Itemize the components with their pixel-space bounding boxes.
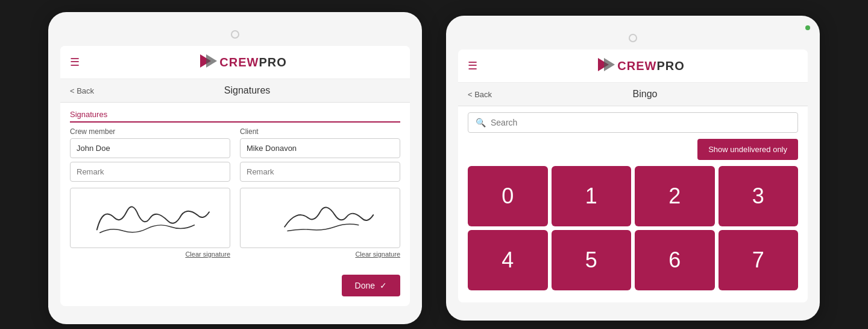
done-btn-row: Done ✓: [60, 265, 410, 306]
sub-header-left: < Back Signatures: [60, 79, 410, 103]
done-button[interactable]: Done ✓: [342, 275, 400, 296]
left-tablet: ☰ CREWPRO < Back Signatures Signatures: [48, 12, 422, 324]
search-icon: 🔍: [476, 118, 486, 127]
bingo-cell-2[interactable]: 2: [635, 166, 715, 226]
logo-text-right: CREWPRO: [617, 59, 684, 73]
clear-sig-crew[interactable]: Clear signature: [185, 251, 230, 258]
right-tablet: ☰ CREWPRO < Back Bingo 🔍: [446, 16, 820, 321]
tablet-camera-right: [629, 34, 637, 42]
client-sig-wrapper: Clear signature: [240, 188, 400, 258]
bingo-cell-6[interactable]: 6: [635, 230, 715, 290]
bingo-cell-4[interactable]: 4: [468, 230, 548, 290]
done-label: Done: [355, 281, 375, 290]
tablet-camera-left: [231, 30, 239, 39]
crew-sig-wrapper: Clear signature: [70, 188, 230, 258]
client-input[interactable]: [240, 138, 400, 158]
svg-marker-1: [206, 54, 217, 68]
bingo-cell-0[interactable]: 0: [468, 166, 548, 226]
search-input[interactable]: [491, 118, 790, 127]
logo-left: CREWPRO: [87, 54, 400, 70]
app-header-left: ☰ CREWPRO: [60, 46, 410, 79]
bingo-search-row: 🔍: [458, 106, 808, 139]
back-link-right[interactable]: < Back: [468, 90, 492, 99]
logo-arrow-right: [598, 58, 615, 74]
hamburger-icon-left[interactable]: ☰: [70, 56, 80, 69]
undelivered-btn-row: Show undelivered only: [458, 139, 808, 166]
bingo-cell-7[interactable]: 7: [719, 230, 799, 290]
app-header-right: ☰ CREWPRO: [458, 50, 808, 83]
bingo-cell-5[interactable]: 5: [552, 230, 632, 290]
logo-pro-right: PRO: [656, 59, 684, 72]
bingo-grid: 0 1 2 3 4 5 6 7: [458, 166, 808, 300]
logo-pro-left: PRO: [259, 56, 286, 69]
crew-member-group: Crew member: [70, 127, 230, 182]
clear-sig-client[interactable]: Clear signature: [355, 251, 400, 258]
logo-arrow-left: [200, 54, 217, 70]
checkmark-icon: ✓: [380, 281, 387, 290]
bingo-cell-3[interactable]: 3: [719, 166, 799, 226]
crew-member-label: Crew member: [70, 127, 230, 136]
logo-right: CREWPRO: [485, 58, 798, 74]
sig-canvas-area: Clear signature Clear signature: [70, 188, 400, 258]
logo-crew-left: CREW: [219, 56, 259, 69]
logo-text-left: CREWPRO: [219, 56, 286, 69]
page-title-right: Bingo: [492, 89, 798, 100]
show-undelivered-button[interactable]: Show undelivered only: [697, 139, 798, 160]
sig-fields-row: Crew member Client: [70, 127, 400, 182]
notification-dot: [805, 25, 810, 30]
crew-member-remark-input[interactable]: [70, 162, 230, 182]
search-box: 🔍: [468, 112, 798, 133]
crew-member-input[interactable]: [70, 138, 230, 158]
client-remark-input[interactable]: [240, 162, 400, 182]
logo-crew-right: CREW: [617, 59, 656, 72]
tablet-screen-left: ☰ CREWPRO < Back Signatures Signatures: [60, 46, 410, 306]
tablet-screen-right: ☰ CREWPRO < Back Bingo 🔍: [458, 50, 808, 302]
crew-sig-canvas[interactable]: [70, 188, 230, 248]
hamburger-icon-right[interactable]: ☰: [468, 59, 477, 72]
page-title-left: Signatures: [94, 85, 400, 96]
svg-marker-3: [604, 58, 615, 71]
client-label: Client: [240, 127, 400, 136]
back-link-left[interactable]: < Back: [70, 86, 94, 95]
bingo-cell-1[interactable]: 1: [552, 166, 632, 226]
signatures-label: Signatures: [70, 110, 400, 123]
signatures-section: Signatures Crew member Client: [60, 103, 410, 265]
client-group: Client: [240, 127, 400, 182]
client-sig-canvas[interactable]: [240, 188, 400, 248]
sub-header-right: < Back Bingo: [458, 83, 808, 106]
